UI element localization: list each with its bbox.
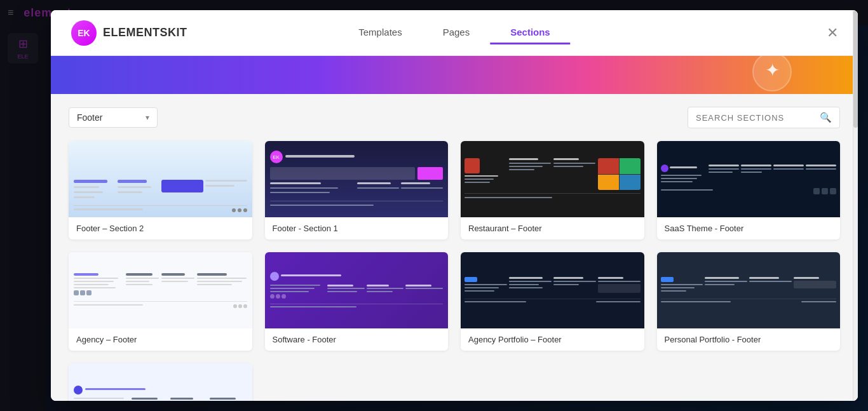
modal-header: EK ELEMENTSKIT Templates Pages Sections … xyxy=(51,10,858,56)
template-label-personal-portfolio-footer: Personal Portfolio - Footer xyxy=(657,328,841,351)
template-card-restaurant-footer[interactable]: Restaurant – Footer xyxy=(461,141,644,239)
thumb-restaurant-footer xyxy=(461,141,644,217)
modal-close-button[interactable]: ✕ xyxy=(822,23,843,43)
template-label-agency-portfolio-footer: Agency Portfolio – Footer xyxy=(461,328,644,351)
tab-sections[interactable]: Sections xyxy=(490,22,571,44)
ek-logo-icon: EK xyxy=(71,20,97,46)
modal-nav: Templates Pages Sections xyxy=(338,22,570,44)
template-label-footer-section-2: Footer – Section 2 xyxy=(69,217,252,239)
search-sections-input[interactable] xyxy=(696,113,815,123)
modal-body[interactable]: Footer ▾ 🔍 xyxy=(51,94,858,401)
thumb-app-landing-footer xyxy=(69,363,252,401)
ek-logo-text: ELEMENTSKIT xyxy=(103,26,187,39)
template-card-footer-section-2[interactable]: Footer – Section 2 xyxy=(69,141,252,239)
search-icon: 🔍 xyxy=(820,112,832,123)
thumb-footer-section-2 xyxy=(69,141,252,217)
template-card-agency-portfolio-footer[interactable]: Agency Portfolio – Footer xyxy=(461,252,644,351)
template-label-restaurant-footer: Restaurant – Footer xyxy=(461,217,644,239)
thumb-agency-footer xyxy=(69,252,252,328)
modal-overlay: EK ELEMENTSKIT Templates Pages Sections … xyxy=(0,0,868,411)
tab-templates[interactable]: Templates xyxy=(338,22,422,44)
template-card-footer-section-1[interactable]: EK xyxy=(265,141,449,239)
banner-decoration-icon: ✦ xyxy=(750,56,794,94)
scrollbar-thumb[interactable] xyxy=(853,10,858,128)
template-label-saas-footer: SaaS Theme - Footer xyxy=(657,217,841,239)
modal-banner: ✦ xyxy=(51,56,858,94)
category-filter-dropdown[interactable]: Footer ▾ xyxy=(69,107,158,128)
modal-scrollbar[interactable] xyxy=(853,10,858,401)
template-grid: Footer – Section 2 EK xyxy=(69,141,840,401)
modal-logo: EK ELEMENTSKIT xyxy=(71,20,187,46)
template-card-agency-footer[interactable]: Agency – Footer xyxy=(69,252,252,351)
tab-pages[interactable]: Pages xyxy=(423,22,491,44)
thumb-personal-portfolio-footer xyxy=(657,252,841,328)
template-card-saas-footer[interactable]: SaaS Theme - Footer xyxy=(657,141,841,239)
template-label-software-footer: Software - Footer xyxy=(265,328,449,351)
ek-initials: EK xyxy=(78,28,90,38)
elementskit-modal: EK ELEMENTSKIT Templates Pages Sections … xyxy=(51,10,858,401)
thumb-software-footer xyxy=(265,252,449,328)
template-card-app-landing-footer[interactable]: App Landing - Footer xyxy=(69,363,252,401)
thumb-saas-footer xyxy=(657,141,841,217)
template-card-personal-portfolio-footer[interactable]: Personal Portfolio - Footer xyxy=(657,252,841,351)
search-sections-box[interactable]: 🔍 xyxy=(688,107,840,128)
thumb-agency-portfolio-footer xyxy=(461,252,644,328)
filter-row: Footer ▾ 🔍 xyxy=(69,107,840,128)
template-label-footer-section-1: Footer - Section 1 xyxy=(265,217,449,239)
close-icon: ✕ xyxy=(827,25,838,41)
thumb-footer-section-1: EK xyxy=(265,141,449,217)
chevron-down-icon: ▾ xyxy=(146,113,149,122)
template-card-software-footer[interactable]: Software - Footer xyxy=(265,252,449,351)
filter-label: Footer xyxy=(77,112,102,123)
template-label-agency-footer: Agency – Footer xyxy=(69,328,252,351)
svg-text:✦: ✦ xyxy=(765,60,780,80)
